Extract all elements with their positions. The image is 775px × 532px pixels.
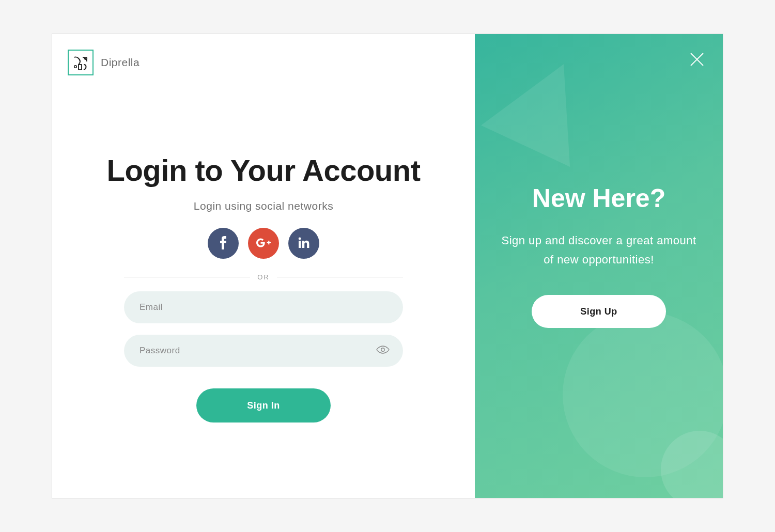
svg-rect-3 (299, 241, 301, 248)
sign-in-button[interactable]: Sign In (196, 388, 331, 423)
toggle-password-visibility-icon[interactable] (376, 345, 390, 356)
or-divider: OR (124, 273, 403, 281)
divider-line (124, 277, 250, 277)
facebook-login-button[interactable] (208, 228, 239, 259)
password-field-wrap (124, 335, 403, 367)
signup-promo-panel: New Here? Sign up and discover a great a… (475, 34, 723, 498)
brand-logo-icon (68, 50, 94, 75)
google-plus-icon (256, 238, 271, 249)
google-plus-login-button[interactable] (248, 228, 279, 259)
email-field-wrap (124, 291, 403, 323)
signup-promo-content: New Here? Sign up and discover a great a… (475, 183, 723, 328)
divider-text: OR (250, 273, 277, 281)
signup-promo-title: New Here? (532, 183, 665, 213)
sign-up-button[interactable]: Sign Up (532, 295, 666, 328)
login-modal: Diprella Login to Your Account Login usi… (52, 34, 723, 498)
svg-point-4 (299, 237, 301, 240)
login-form-container: Login to Your Account Login using social… (106, 153, 420, 423)
svg-point-5 (381, 348, 384, 351)
signup-promo-subtitle: Sign up and discover a great amount of n… (495, 231, 702, 270)
divider-line (277, 277, 403, 277)
svg-rect-2 (79, 65, 82, 70)
linkedin-login-button[interactable] (288, 228, 319, 259)
close-icon (688, 62, 706, 70)
login-panel: Diprella Login to Your Account Login usi… (52, 34, 475, 498)
login-title: Login to Your Account (106, 153, 420, 187)
brand-name: Diprella (101, 56, 140, 69)
password-field[interactable] (140, 346, 388, 356)
email-field[interactable] (140, 302, 388, 312)
svg-point-1 (74, 66, 77, 68)
brand-logo: Diprella (68, 50, 140, 75)
linkedin-icon (298, 237, 309, 250)
decorative-triangle (481, 43, 608, 167)
facebook-icon (220, 236, 227, 251)
login-form: Sign In (124, 291, 403, 423)
login-subtitle: Login using social networks (194, 200, 333, 212)
close-button[interactable] (686, 49, 708, 71)
social-login-row (208, 228, 319, 259)
